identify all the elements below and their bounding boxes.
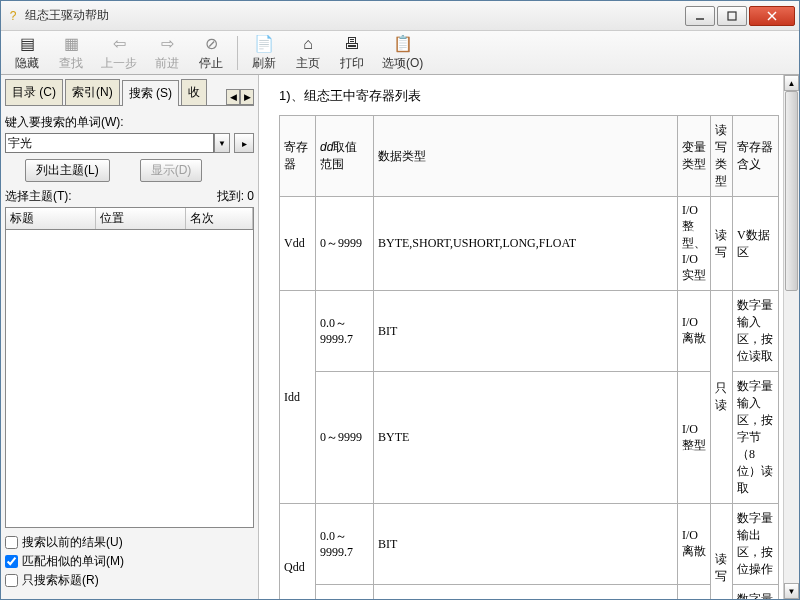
scroll-up-icon[interactable]: ▲ — [784, 75, 799, 91]
scroll-down-icon[interactable]: ▼ — [784, 583, 799, 599]
refresh-icon: 📄 — [254, 34, 274, 54]
tab-right-icon[interactable]: ▶ — [240, 89, 254, 105]
close-button[interactable] — [749, 6, 795, 26]
table-row: Qdd 0.0～9999.7 BIT I/O离散 读写 数字量输出区，按位操作 — [280, 504, 779, 585]
content-heading: 1)、组态王中寄存器列表 — [279, 87, 779, 105]
app-icon: ? — [5, 8, 21, 24]
window-title: 组态王驱动帮助 — [25, 7, 683, 24]
stop-icon: ⊘ — [201, 34, 221, 54]
back-button[interactable]: ⇦上一步 — [93, 32, 145, 74]
svg-rect-1 — [728, 12, 736, 20]
find-button[interactable]: ▦查找 — [49, 32, 93, 74]
toolbar-separator — [237, 36, 238, 70]
back-icon: ⇦ — [109, 34, 129, 54]
th-range: dd取值范围 — [320, 140, 357, 171]
hide-button[interactable]: ▤隐藏 — [5, 32, 49, 74]
body: 目录 (C) 索引(N) 搜索 (S) 收 ◀ ▶ 键入要搜索的单词(W): ▼… — [1, 75, 799, 599]
button-row: 列出主题(L) 显示(D) — [5, 159, 254, 182]
table-row: 数字量输出区 — [280, 585, 779, 600]
display-button[interactable]: 显示(D) — [140, 159, 203, 182]
toolbar: ▤隐藏 ▦查找 ⇦上一步 ⇨前进 ⊘停止 📄刷新 ⌂主页 🖶打印 📋选项(O) — [1, 31, 799, 75]
content-inner: 1)、组态王中寄存器列表 寄存器 dd取值范围 数据类型 变量类型 读写类型 寄… — [259, 75, 799, 599]
search-dropdown-icon[interactable]: ▼ — [214, 133, 230, 153]
hide-icon: ▤ — [17, 34, 37, 54]
content-pane: 1)、组态王中寄存器列表 寄存器 dd取值范围 数据类型 变量类型 读写类型 寄… — [259, 75, 799, 599]
tab-scroll: ◀ ▶ — [226, 89, 254, 105]
vertical-scrollbar[interactable]: ▲ ▼ — [783, 75, 799, 599]
table-row: 0～9999 BYTE I/O整型 数字量输入区，按字节（8位）读取 — [280, 372, 779, 504]
select-topic-label: 选择主题(T): — [5, 188, 217, 205]
tab-left-icon[interactable]: ◀ — [226, 89, 240, 105]
th-datatype: 数据类型 — [378, 149, 426, 163]
scroll-thumb[interactable] — [785, 91, 798, 291]
search-options: 搜索以前的结果(U) 匹配相似的单词(M) 只搜索标题(R) — [5, 528, 254, 595]
th-rwtype: 读写类型 — [715, 123, 727, 188]
home-button[interactable]: ⌂主页 — [286, 32, 330, 74]
print-icon: 🖶 — [342, 34, 362, 54]
options-button[interactable]: 📋选项(O) — [374, 32, 431, 74]
found-label: 找到: 0 — [217, 188, 254, 205]
col-title[interactable]: 标题 — [6, 208, 96, 229]
stop-button[interactable]: ⊘停止 — [189, 32, 233, 74]
maximize-button[interactable] — [717, 6, 747, 26]
title-bar: ? 组态王驱动帮助 — [1, 1, 799, 31]
refresh-button[interactable]: 📄刷新 — [242, 32, 286, 74]
chk-titles[interactable]: 只搜索标题(R) — [5, 572, 254, 589]
search-go-button[interactable]: ▸ — [234, 133, 254, 153]
table-row: Vdd 0～9999 BYTE,SHORT,USHORT,LONG,FLOAT … — [280, 197, 779, 291]
minimize-button[interactable] — [685, 6, 715, 26]
results-header: 标题 位置 名次 — [5, 207, 254, 230]
register-table: 寄存器 dd取值范围 数据类型 变量类型 读写类型 寄存器含义 Vdd 0～99… — [279, 115, 779, 599]
sidebar-tabs: 目录 (C) 索引(N) 搜索 (S) 收 ◀ ▶ — [5, 79, 254, 106]
chk-previous[interactable]: 搜索以前的结果(U) — [5, 534, 254, 551]
results-list[interactable] — [5, 230, 254, 528]
search-input[interactable] — [5, 133, 214, 153]
th-meaning: 寄存器含义 — [737, 140, 773, 171]
chk-similar[interactable]: 匹配相似的单词(M) — [5, 553, 254, 570]
th-register: 寄存器 — [284, 140, 308, 171]
home-icon: ⌂ — [298, 34, 318, 54]
search-row: ▼ ▸ — [5, 133, 254, 153]
list-topics-button[interactable]: 列出主题(L) — [25, 159, 110, 182]
col-rank[interactable]: 名次 — [186, 208, 253, 229]
window-controls — [683, 6, 795, 26]
print-button[interactable]: 🖶打印 — [330, 32, 374, 74]
forward-button[interactable]: ⇨前进 — [145, 32, 189, 74]
table-row: Idd 0.0～9999.7 BIT I/O离散 只读 数字量输入区，按位读取 — [280, 291, 779, 372]
tab-contents[interactable]: 目录 (C) — [5, 79, 63, 105]
col-location[interactable]: 位置 — [96, 208, 186, 229]
help-window: ? 组态王驱动帮助 ▤隐藏 ▦查找 ⇦上一步 ⇨前进 ⊘停止 📄刷新 ⌂主页 🖶… — [0, 0, 800, 600]
search-label: 键入要搜索的单词(W): — [5, 114, 254, 131]
table-header-row: 寄存器 dd取值范围 数据类型 变量类型 读写类型 寄存器含义 — [280, 116, 779, 197]
sidebar: 目录 (C) 索引(N) 搜索 (S) 收 ◀ ▶ 键入要搜索的单词(W): ▼… — [1, 75, 259, 599]
find-icon: ▦ — [61, 34, 81, 54]
th-vartype: 变量类型 — [682, 140, 706, 171]
tab-index[interactable]: 索引(N) — [65, 79, 120, 105]
tab-search[interactable]: 搜索 (S) — [122, 80, 179, 106]
status-row: 选择主题(T): 找到: 0 — [5, 188, 254, 205]
options-icon: 📋 — [393, 34, 413, 54]
forward-icon: ⇨ — [157, 34, 177, 54]
tab-favorites[interactable]: 收 — [181, 79, 207, 105]
